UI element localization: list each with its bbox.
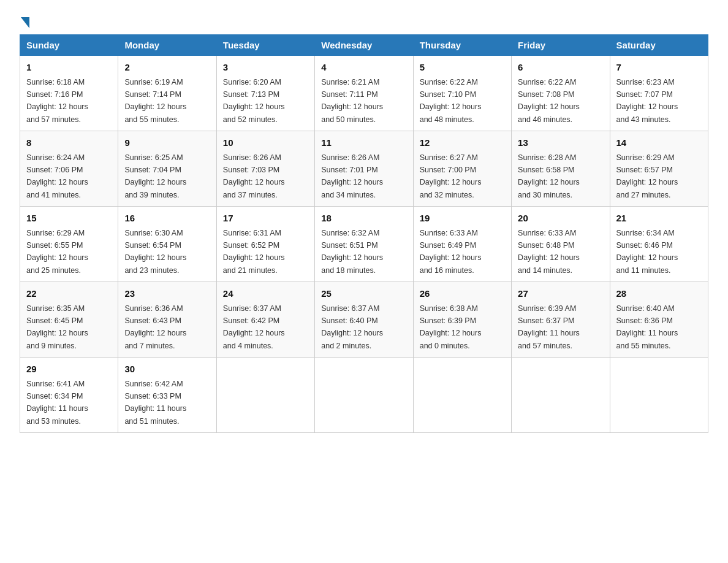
day-number: 26 xyxy=(420,287,505,301)
day-cell: 27Sunrise: 6:39 AMSunset: 6:37 PMDayligh… xyxy=(512,282,610,358)
day-info: Sunrise: 6:25 AMSunset: 7:04 PMDaylight:… xyxy=(124,153,186,199)
day-info: Sunrise: 6:29 AMSunset: 6:57 PMDaylight:… xyxy=(616,153,678,199)
day-info: Sunrise: 6:36 AMSunset: 6:43 PMDaylight:… xyxy=(124,304,186,350)
day-info: Sunrise: 6:37 AMSunset: 6:42 PMDaylight:… xyxy=(223,304,285,350)
day-cell: 11Sunrise: 6:26 AMSunset: 7:01 PMDayligh… xyxy=(315,131,413,207)
day-info: Sunrise: 6:39 AMSunset: 6:37 PMDaylight:… xyxy=(518,304,580,350)
day-cell: 6Sunrise: 6:22 AMSunset: 7:08 PMDaylight… xyxy=(512,56,610,131)
day-cell: 10Sunrise: 6:26 AMSunset: 7:03 PMDayligh… xyxy=(216,131,314,207)
day-cell: 13Sunrise: 6:28 AMSunset: 6:58 PMDayligh… xyxy=(512,131,610,207)
week-row-4: 22Sunrise: 6:35 AMSunset: 6:45 PMDayligh… xyxy=(20,282,708,358)
calendar-table: SundayMondayTuesdayWednesdayThursdayFrid… xyxy=(20,34,708,433)
header-saturday: Saturday xyxy=(610,35,708,56)
day-cell: 30Sunrise: 6:42 AMSunset: 6:33 PMDayligh… xyxy=(118,358,216,433)
day-info: Sunrise: 6:22 AMSunset: 7:08 PMDaylight:… xyxy=(518,78,580,124)
day-info: Sunrise: 6:24 AMSunset: 7:06 PMDaylight:… xyxy=(26,153,88,199)
day-cell: 21Sunrise: 6:34 AMSunset: 6:46 PMDayligh… xyxy=(610,207,708,282)
week-row-2: 8Sunrise: 6:24 AMSunset: 7:06 PMDaylight… xyxy=(20,131,708,207)
day-number: 6 xyxy=(518,61,603,75)
day-cell: 26Sunrise: 6:38 AMSunset: 6:39 PMDayligh… xyxy=(413,282,511,358)
day-number: 5 xyxy=(420,61,505,75)
week-row-3: 15Sunrise: 6:29 AMSunset: 6:55 PMDayligh… xyxy=(20,207,708,282)
day-cell: 3Sunrise: 6:20 AMSunset: 7:13 PMDaylight… xyxy=(216,56,314,131)
day-number: 11 xyxy=(321,136,406,150)
days-header-row: SundayMondayTuesdayWednesdayThursdayFrid… xyxy=(20,35,708,56)
day-info: Sunrise: 6:35 AMSunset: 6:45 PMDaylight:… xyxy=(26,304,88,350)
day-info: Sunrise: 6:33 AMSunset: 6:49 PMDaylight:… xyxy=(420,229,482,275)
day-cell: 29Sunrise: 6:41 AMSunset: 6:34 PMDayligh… xyxy=(20,358,118,433)
day-number: 7 xyxy=(616,61,702,75)
day-info: Sunrise: 6:32 AMSunset: 6:51 PMDaylight:… xyxy=(321,229,383,275)
day-number: 20 xyxy=(518,212,603,226)
day-info: Sunrise: 6:18 AMSunset: 7:16 PMDaylight:… xyxy=(26,78,88,124)
day-cell: 5Sunrise: 6:22 AMSunset: 7:10 PMDaylight… xyxy=(413,56,511,131)
day-cell xyxy=(413,358,511,433)
day-info: Sunrise: 6:22 AMSunset: 7:10 PMDaylight:… xyxy=(420,78,482,124)
day-number: 12 xyxy=(420,136,505,150)
day-info: Sunrise: 6:20 AMSunset: 7:13 PMDaylight:… xyxy=(223,78,285,124)
day-number: 17 xyxy=(223,212,308,226)
day-number: 3 xyxy=(223,61,308,75)
day-number: 24 xyxy=(223,287,308,301)
day-number: 28 xyxy=(616,287,702,301)
header-sunday: Sunday xyxy=(20,35,118,56)
day-cell: 8Sunrise: 6:24 AMSunset: 7:06 PMDaylight… xyxy=(20,131,118,207)
day-info: Sunrise: 6:37 AMSunset: 6:40 PMDaylight:… xyxy=(321,304,383,350)
day-number: 14 xyxy=(616,136,702,150)
day-cell: 24Sunrise: 6:37 AMSunset: 6:42 PMDayligh… xyxy=(216,282,314,358)
day-cell: 14Sunrise: 6:29 AMSunset: 6:57 PMDayligh… xyxy=(610,131,708,207)
day-cell: 7Sunrise: 6:23 AMSunset: 7:07 PMDaylight… xyxy=(610,56,708,131)
day-cell: 15Sunrise: 6:29 AMSunset: 6:55 PMDayligh… xyxy=(20,207,118,282)
day-info: Sunrise: 6:31 AMSunset: 6:52 PMDaylight:… xyxy=(223,229,285,275)
header-friday: Friday xyxy=(512,35,610,56)
day-number: 16 xyxy=(124,212,210,226)
day-number: 8 xyxy=(26,136,112,150)
day-info: Sunrise: 6:26 AMSunset: 7:03 PMDaylight:… xyxy=(223,153,285,199)
day-cell: 28Sunrise: 6:40 AMSunset: 6:36 PMDayligh… xyxy=(610,282,708,358)
day-number: 27 xyxy=(518,287,603,301)
day-cell: 22Sunrise: 6:35 AMSunset: 6:45 PMDayligh… xyxy=(20,282,118,358)
day-cell xyxy=(610,358,708,433)
day-cell xyxy=(315,358,413,433)
day-info: Sunrise: 6:19 AMSunset: 7:14 PMDaylight:… xyxy=(124,78,186,124)
day-number: 25 xyxy=(321,287,406,301)
day-number: 19 xyxy=(420,212,505,226)
day-info: Sunrise: 6:41 AMSunset: 6:34 PMDaylight:… xyxy=(26,380,88,426)
day-info: Sunrise: 6:29 AMSunset: 6:55 PMDaylight:… xyxy=(26,229,88,275)
day-number: 15 xyxy=(26,212,112,226)
day-info: Sunrise: 6:21 AMSunset: 7:11 PMDaylight:… xyxy=(321,78,383,124)
logo-arrow-icon xyxy=(21,17,29,28)
day-cell: 2Sunrise: 6:19 AMSunset: 7:14 PMDaylight… xyxy=(118,56,216,131)
day-cell: 20Sunrise: 6:33 AMSunset: 6:48 PMDayligh… xyxy=(512,207,610,282)
day-number: 4 xyxy=(321,61,406,75)
logo xyxy=(20,15,29,25)
day-info: Sunrise: 6:26 AMSunset: 7:01 PMDaylight:… xyxy=(321,153,383,199)
day-number: 9 xyxy=(124,136,210,150)
day-info: Sunrise: 6:28 AMSunset: 6:58 PMDaylight:… xyxy=(518,153,580,199)
page-header xyxy=(20,15,708,25)
day-cell: 16Sunrise: 6:30 AMSunset: 6:54 PMDayligh… xyxy=(118,207,216,282)
day-info: Sunrise: 6:34 AMSunset: 6:46 PMDaylight:… xyxy=(616,229,678,275)
week-row-1: 1Sunrise: 6:18 AMSunset: 7:16 PMDaylight… xyxy=(20,56,708,131)
day-cell xyxy=(512,358,610,433)
header-tuesday: Tuesday xyxy=(216,35,314,56)
day-info: Sunrise: 6:27 AMSunset: 7:00 PMDaylight:… xyxy=(420,153,482,199)
day-number: 22 xyxy=(26,287,112,301)
day-cell: 12Sunrise: 6:27 AMSunset: 7:00 PMDayligh… xyxy=(413,131,511,207)
week-row-5: 29Sunrise: 6:41 AMSunset: 6:34 PMDayligh… xyxy=(20,358,708,433)
day-cell: 9Sunrise: 6:25 AMSunset: 7:04 PMDaylight… xyxy=(118,131,216,207)
day-number: 21 xyxy=(616,212,702,226)
day-number: 2 xyxy=(124,61,210,75)
header-thursday: Thursday xyxy=(413,35,511,56)
day-number: 30 xyxy=(124,362,210,377)
day-cell: 1Sunrise: 6:18 AMSunset: 7:16 PMDaylight… xyxy=(20,56,118,131)
day-number: 13 xyxy=(518,136,603,150)
header-monday: Monday xyxy=(118,35,216,56)
day-cell: 23Sunrise: 6:36 AMSunset: 6:43 PMDayligh… xyxy=(118,282,216,358)
day-number: 18 xyxy=(321,212,406,226)
day-info: Sunrise: 6:40 AMSunset: 6:36 PMDaylight:… xyxy=(616,304,678,350)
day-info: Sunrise: 6:23 AMSunset: 7:07 PMDaylight:… xyxy=(616,78,678,124)
day-cell: 25Sunrise: 6:37 AMSunset: 6:40 PMDayligh… xyxy=(315,282,413,358)
day-info: Sunrise: 6:42 AMSunset: 6:33 PMDaylight:… xyxy=(124,380,186,426)
day-cell xyxy=(216,358,314,433)
